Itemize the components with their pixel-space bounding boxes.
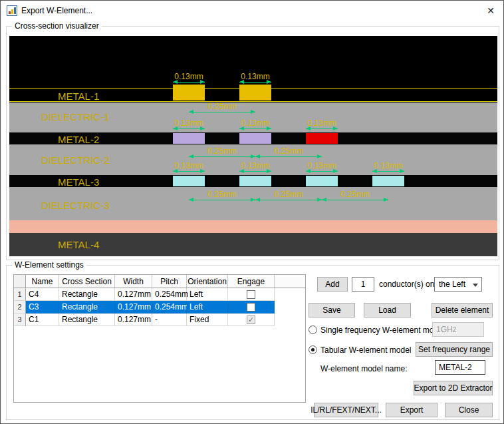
table-row-selected[interactable]: 2 C3 Rectangle 0.127mm 0.254mm Left	[14, 301, 305, 314]
cell-name: C4	[26, 288, 59, 301]
close-icon[interactable]: ✕	[487, 5, 495, 16]
app-icon-graphic	[7, 5, 17, 16]
col-header-pitch[interactable]: Pitch	[152, 275, 187, 288]
export-2d-extractor-button[interactable]: Export to 2D Extractor	[414, 381, 493, 395]
app-icon	[7, 5, 17, 16]
cell-orientation: Fixed	[187, 314, 228, 326]
delete-element-button[interactable]: Delete element	[432, 303, 493, 318]
dielectric3-label: DIELECTRIC-3	[41, 200, 110, 211]
dielectric1-label: DIELECTRIC-1	[41, 111, 110, 122]
engage-checkbox[interactable]	[247, 303, 255, 312]
metal1-conductor[interactable]	[173, 85, 205, 101]
dim-width-arrow	[173, 82, 205, 83]
side-dropdown-value: the Left	[439, 280, 465, 289]
single-frequency-label: Single frequency W-element model	[320, 325, 445, 335]
set-frequency-range-button[interactable]: Set frequency range	[416, 342, 493, 357]
close-button[interactable]: Close	[445, 403, 493, 417]
cell-cross-section: Rectangle	[59, 288, 115, 301]
cell-engage	[228, 288, 275, 301]
cell-width: 0.127mm	[115, 301, 152, 314]
frequency-input: 1GHz	[432, 322, 484, 337]
metal2-conductor[interactable]	[173, 133, 205, 144]
metal2-conductor[interactable]	[239, 133, 271, 144]
conductor-count-input[interactable]: 1	[352, 277, 374, 292]
cell-name: C1	[26, 314, 59, 326]
substrate-band	[9, 220, 497, 233]
dim-width-arrow	[239, 82, 271, 83]
cell-orientation: Left	[187, 288, 228, 301]
cell-name: C3	[26, 301, 59, 314]
dim-pitch-arrow	[255, 156, 322, 157]
cell-pitch: 0.254mm	[152, 301, 187, 314]
dim-width-arrow	[372, 171, 404, 172]
dim-pitch-arrow	[189, 112, 255, 112]
metal3-conductor[interactable]	[173, 176, 205, 186]
table-corner	[14, 275, 26, 288]
row-number[interactable]: 1	[14, 288, 26, 301]
dim-width-arrow	[173, 128, 205, 129]
w-element-settings-group: W-Element settings Name Cross Section Wi…	[6, 265, 499, 420]
dielectric2-label: DIELECTRIC-2	[41, 154, 110, 166]
single-frequency-radio[interactable]	[309, 325, 317, 334]
dim-width-arrow	[173, 171, 205, 172]
conductors-on-label: conductor(s) on	[379, 280, 434, 289]
metal3-label: METAL-3	[58, 176, 99, 188]
dim-pitch-label: 0.25mm	[189, 102, 255, 111]
metal4-label: METAL-4	[58, 239, 99, 250]
dim-width-arrow	[306, 128, 338, 129]
row-number[interactable]: 3	[14, 314, 26, 326]
table-row[interactable]: 3 C1 Rectangle 0.127mm - Fixed	[14, 314, 305, 326]
tabular-model-radio[interactable]	[309, 345, 317, 354]
cell-cross-section: Rectangle	[59, 301, 115, 314]
save-button[interactable]: Save	[309, 303, 355, 318]
cross-section-group: Cross-section visualizer	[6, 26, 499, 260]
conductor-table: Name Cross Section Width Pitch Orientati…	[13, 274, 306, 403]
dim-pitch-label: 0.25mm	[255, 190, 322, 199]
cell-engage	[228, 314, 275, 326]
window-title: Export W-Element...	[21, 6, 92, 15]
cell-orientation: Left	[187, 301, 228, 314]
export-w-element-dialog: Export W-Element... ✕ Cross-section visu…	[0, 0, 504, 424]
tabular-model-label: Tabular W-element model	[320, 345, 412, 355]
w-element-settings-group-label: W-Element settings	[12, 260, 86, 270]
cell-engage	[228, 301, 275, 314]
cell-cross-section: Rectangle	[59, 314, 115, 326]
cross-section-group-label: Cross-section visualizer	[12, 21, 102, 31]
table-row[interactable]: 1 C4 Rectangle 0.127mm 0.254mm Left	[14, 288, 305, 301]
cell-width: 0.127mm	[115, 288, 152, 301]
il-rl-fext-next-button[interactable]: IL/RL/FEXT/NEXT...	[314, 403, 378, 417]
col-header-engage[interactable]: Engage	[228, 275, 275, 288]
metal3-conductor[interactable]	[239, 176, 271, 186]
metal2-label: METAL-2	[58, 134, 99, 145]
col-header-width[interactable]: Width	[115, 275, 152, 288]
model-name-input[interactable]: METAL-2	[435, 360, 485, 375]
metal3-conductor[interactable]	[372, 176, 404, 186]
dim-pitch-label: 0.25mm	[255, 146, 322, 156]
col-header-name[interactable]: Name	[26, 275, 59, 288]
engage-checkbox[interactable]	[247, 290, 255, 299]
cross-section-canvas: METAL-1 DIELECTRIC-1 METAL-2 DIELECTRIC-…	[9, 36, 497, 256]
cell-pitch: 0.254mm	[152, 288, 187, 301]
export-button[interactable]: Export	[386, 403, 438, 417]
side-dropdown[interactable]: the Left	[434, 277, 482, 292]
dim-pitch-arrow	[189, 200, 255, 200]
col-header-orientation[interactable]: Orientation	[187, 275, 228, 288]
metal1-conductor[interactable]	[239, 85, 271, 101]
add-button[interactable]: Add	[317, 277, 348, 292]
dim-width-arrow	[239, 128, 271, 129]
col-header-cross-section[interactable]: Cross Section	[59, 275, 115, 288]
dim-pitch-label: 0.25mm	[189, 190, 255, 199]
dim-pitch-arrow	[322, 200, 388, 200]
cell-pitch: -	[152, 314, 187, 326]
dim-pitch-label: 0.25mm	[322, 190, 388, 199]
dim-width-arrow	[306, 171, 338, 172]
dim-width-arrow	[239, 171, 271, 172]
dim-pitch-arrow	[189, 156, 255, 157]
titlebar: Export W-Element... ✕	[1, 1, 503, 21]
metal2-conductor-highlighted[interactable]	[306, 133, 338, 144]
load-button[interactable]: Load	[364, 303, 411, 318]
table-header: Name Cross Section Width Pitch Orientati…	[14, 275, 305, 288]
row-number[interactable]: 2	[14, 301, 26, 314]
dim-pitch-arrow	[255, 200, 322, 200]
metal3-conductor[interactable]	[306, 176, 338, 186]
